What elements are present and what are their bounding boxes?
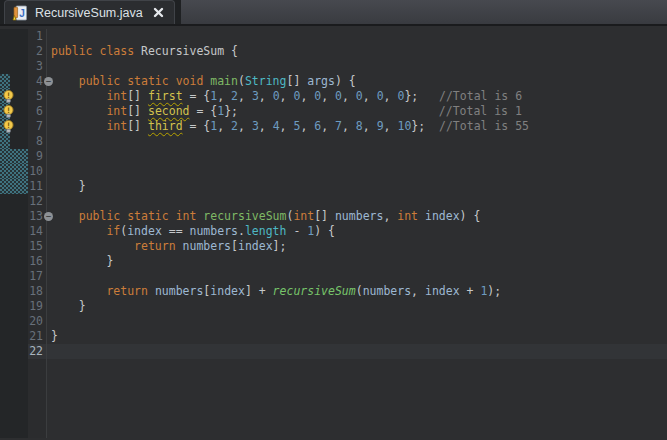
code-line-row: 21} (0, 329, 667, 344)
code-token: //Total is 1 (439, 104, 522, 118)
code-empty[interactable] (46, 359, 667, 438)
line-number[interactable]: 21 (28, 329, 46, 344)
line-number[interactable]: 9 (28, 149, 46, 164)
editor-empty-area[interactable] (0, 359, 667, 438)
code-token: } (51, 179, 86, 193)
code-token: return (134, 239, 176, 253)
code-line[interactable]: if(index == numbers.length - 1) { (46, 224, 667, 239)
code-token: , (383, 209, 397, 223)
code-token: }; (411, 119, 439, 133)
code-line[interactable]: } (46, 254, 667, 269)
code-token: index (127, 224, 162, 238)
code-token: , (342, 89, 356, 103)
line-number[interactable]: 17 (28, 269, 46, 284)
code-line-row: 14 if(index == numbers.length - 1) { (0, 224, 667, 239)
code-line[interactable] (46, 134, 667, 149)
code-token: , (238, 89, 252, 103)
line-number[interactable]: 8 (28, 134, 46, 149)
code-line[interactable]: int[] first = {1, 2, 3, 0, 0, 0, 0, 0, 0… (46, 89, 667, 104)
code-line[interactable]: } (46, 299, 667, 314)
code-line-row: 3 (0, 59, 667, 74)
code-token: 8 (356, 119, 363, 133)
code-token: 0 (356, 89, 363, 103)
code-line[interactable] (46, 29, 667, 44)
code-line-row: 15 return numbers[index]; (0, 239, 667, 254)
gutter-change-bar (0, 164, 28, 179)
gutter-glyph-margin (0, 209, 28, 224)
code-token: ( (356, 284, 363, 298)
gutter-glyph-margin (0, 29, 28, 44)
code-editor[interactable]: 12public class RecursiveSum {34 public s… (0, 26, 667, 438)
code-line[interactable]: return numbers[index]; (46, 239, 667, 254)
line-number[interactable]: 3 (28, 59, 46, 74)
code-line[interactable] (46, 149, 667, 164)
code-line[interactable]: return numbers[index] + recursiveSum(num… (46, 284, 667, 299)
code-token (148, 284, 155, 298)
code-token: args (307, 74, 335, 88)
code-token: + (460, 284, 481, 298)
warning-bulb-icon[interactable]: ! (0, 89, 28, 104)
line-number[interactable]: 20 (28, 314, 46, 329)
code-line[interactable] (46, 314, 667, 329)
code-line[interactable]: } (46, 179, 667, 194)
code-line[interactable] (46, 164, 667, 179)
line-number[interactable]: 22 (28, 344, 46, 359)
line-number[interactable]: 2 (28, 44, 46, 59)
code-line-row: 20 (0, 314, 667, 329)
code-token (51, 224, 106, 238)
line-number[interactable]: 5 (28, 89, 46, 104)
line-number[interactable]: 10 (28, 164, 46, 179)
gutter-glyph-margin (0, 224, 28, 239)
code-token: [] (127, 104, 148, 118)
line-number[interactable]: 18 (28, 284, 46, 299)
line-number[interactable]: 14 (28, 224, 46, 239)
tab-zone: J RecursiveSum.java (0, 0, 181, 24)
code-line-row: !6 int[] second = {1}; //Total is 1 (0, 104, 667, 119)
code-line-row: 8 (0, 134, 667, 149)
gutter-glyph-margin (0, 239, 28, 254)
code-token: , (300, 119, 314, 133)
code-line[interactable] (46, 344, 667, 359)
line-number[interactable]: 1 (28, 29, 46, 44)
warning-bulb-icon[interactable]: ! (0, 104, 28, 119)
line-number[interactable]: 19 (28, 299, 46, 314)
code-token (418, 209, 425, 223)
code-token: public static void (79, 74, 204, 88)
line-number[interactable]: 16 (28, 254, 46, 269)
code-line[interactable]: public static void main(String[] args) { (46, 74, 667, 89)
code-line[interactable] (46, 269, 667, 284)
code-token: = { (190, 104, 218, 118)
line-number[interactable]: 12 (28, 194, 46, 209)
line-number[interactable]: 15 (28, 239, 46, 254)
close-icon[interactable] (153, 7, 164, 18)
fold-collapse-icon[interactable]: − (44, 77, 53, 86)
code-token: , (321, 119, 335, 133)
code-token: , (217, 119, 231, 133)
code-token: 3 (252, 89, 259, 103)
code-line[interactable]: int[] third = {1, 2, 3, 4, 5, 6, 7, 8, 9… (46, 119, 667, 134)
line-number[interactable]: 6 (28, 104, 46, 119)
code-line[interactable]: int[] second = {1}; //Total is 1 (46, 104, 667, 119)
code-token: , (217, 89, 231, 103)
code-line[interactable] (46, 59, 667, 74)
gutter-glyph-margin (0, 359, 28, 438)
line-number[interactable]: 11 (28, 179, 46, 194)
code-line-row: 16 } (0, 254, 667, 269)
code-token: , (259, 119, 273, 133)
code-token: ) { (335, 74, 356, 88)
fold-collapse-icon[interactable]: − (44, 212, 53, 221)
code-line[interactable]: public static int recursiveSum(int[] num… (46, 209, 667, 224)
code-line[interactable] (46, 194, 667, 209)
code-token: if (106, 224, 120, 238)
code-token: } (51, 254, 113, 268)
code-line[interactable]: public class RecursiveSum { (46, 44, 667, 59)
svg-text:!: ! (6, 121, 11, 130)
code-token (51, 74, 79, 88)
code-line-row: 22 (0, 344, 667, 359)
code-token: int (106, 89, 127, 103)
code-line[interactable]: } (46, 329, 667, 344)
tab-recursivesum-java[interactable]: J RecursiveSum.java (4, 0, 175, 24)
warning-bulb-icon[interactable]: ! (0, 119, 28, 134)
line-number[interactable]: 7 (28, 119, 46, 134)
code-token: = { (183, 119, 211, 133)
